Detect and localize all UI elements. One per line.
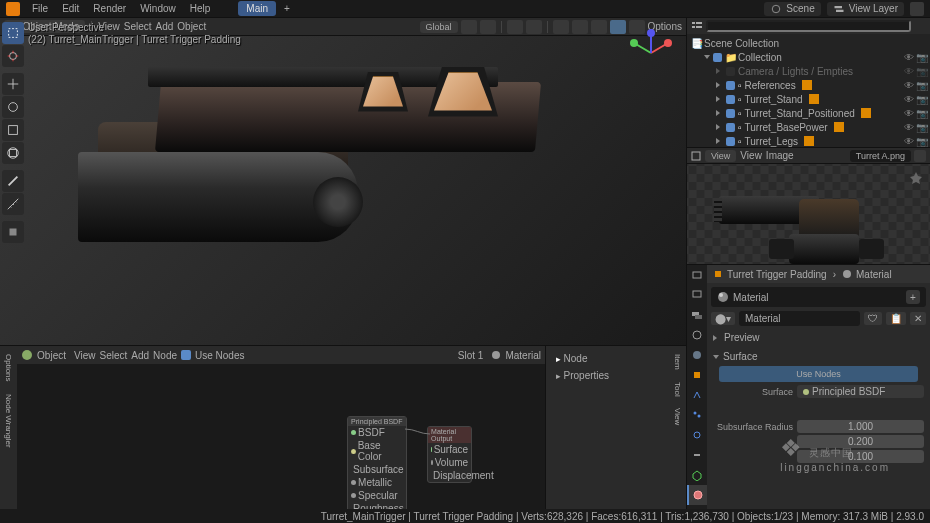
svg-rect-19 bbox=[692, 22, 695, 24]
node-graph-area[interactable]: Object View Select Add Node Use Nodes Sl… bbox=[17, 346, 545, 523]
prop-tab-constraint[interactable] bbox=[687, 445, 707, 465]
image-editor: View View Image Turret A.png bbox=[687, 148, 930, 265]
status-stats: Turret_MainTrigger | Turret Trigger Padd… bbox=[321, 511, 924, 522]
filter-icon[interactable] bbox=[910, 2, 924, 16]
shader-editor-icon bbox=[21, 349, 33, 361]
node-editor-vtabs-right: Item Tool View bbox=[669, 346, 686, 523]
outliner-search[interactable] bbox=[706, 20, 911, 32]
ne-side-tab-properties[interactable]: ▸ Properties bbox=[550, 367, 665, 384]
viewport-info-overlay: User Perspective (22) Turret_MainTrigger… bbox=[28, 22, 241, 46]
node-principled-bsdf[interactable]: Principled BSDF BSDF Base Color Subsurfa… bbox=[347, 416, 407, 523]
material-slot[interactable]: Material + bbox=[711, 287, 926, 307]
panel-surface[interactable]: Surface bbox=[713, 349, 924, 364]
workspace-tab-main[interactable]: Main bbox=[238, 1, 276, 16]
vtab-view[interactable]: View bbox=[673, 404, 682, 429]
prop-tab-physics[interactable] bbox=[687, 425, 707, 445]
material-dropdown[interactable]: Material bbox=[505, 350, 541, 361]
ne-type-dropdown[interactable]: Object bbox=[37, 350, 66, 361]
ie-menu-image[interactable]: Image bbox=[766, 150, 794, 161]
menu-render[interactable]: Render bbox=[87, 1, 132, 16]
svg-point-29 bbox=[693, 351, 701, 359]
prop-tab-scene[interactable] bbox=[687, 325, 707, 345]
material-name-field[interactable]: Material bbox=[733, 292, 769, 303]
nav-gizmo[interactable] bbox=[626, 28, 676, 78]
surface-shader-dropdown[interactable]: Principled BSDF bbox=[797, 385, 924, 398]
slot-dropdown[interactable]: Slot 1 bbox=[458, 350, 484, 361]
svg-rect-22 bbox=[696, 26, 702, 28]
outliner-row-scene[interactable]: 📑Scene Collection bbox=[687, 36, 930, 50]
ie-new-button[interactable] bbox=[914, 150, 926, 162]
ne-menu-add[interactable]: Add bbox=[131, 350, 149, 361]
vtab-item[interactable]: Item bbox=[673, 350, 682, 374]
cube-icon bbox=[713, 269, 723, 279]
prop-tab-output[interactable] bbox=[687, 285, 707, 305]
use-nodes-button[interactable]: Use Nodes bbox=[719, 366, 918, 382]
layer-icon bbox=[833, 3, 845, 15]
svg-point-32 bbox=[698, 415, 701, 418]
node-material-output[interactable]: Material Output Surface Volume Displacem… bbox=[427, 426, 472, 483]
outliner-row-item[interactable]: ▫References👁📷 bbox=[687, 78, 930, 92]
material-ball-icon bbox=[717, 291, 729, 303]
ne-menu-node[interactable]: Node bbox=[153, 350, 177, 361]
svg-rect-2 bbox=[836, 9, 844, 11]
material-sphere-icon bbox=[842, 269, 852, 279]
ne-side-tab-node[interactable]: ▸ Node bbox=[550, 350, 665, 367]
use-nodes-checkbox[interactable] bbox=[181, 350, 191, 360]
menu-help[interactable]: Help bbox=[184, 1, 217, 16]
prop-tab-render[interactable] bbox=[687, 265, 707, 285]
svg-rect-27 bbox=[695, 315, 702, 319]
ie-mode[interactable]: View bbox=[705, 150, 736, 162]
prop-tab-particle[interactable] bbox=[687, 405, 707, 425]
vtab-options[interactable]: Options bbox=[4, 350, 13, 386]
prop-tab-object[interactable] bbox=[687, 365, 707, 385]
prop-tab-viewlayer[interactable] bbox=[687, 305, 707, 325]
ie-texture-name[interactable]: Turret A.png bbox=[850, 150, 911, 162]
outliner: 📑Scene Collection 📁Collection👁📷 Camera /… bbox=[687, 18, 930, 148]
scene-selector[interactable]: Scene bbox=[764, 2, 820, 16]
scene-icon bbox=[770, 3, 782, 15]
vtab-wrangler[interactable]: Node Wrangler bbox=[4, 390, 13, 452]
outliner-row-item[interactable]: ▫Turret_BasePower👁📷 bbox=[687, 120, 930, 134]
prop-tab-data[interactable] bbox=[687, 465, 707, 485]
properties-tab-strip bbox=[687, 265, 707, 523]
subsurface-radius-y[interactable]: 0.200 bbox=[797, 435, 924, 448]
prop-tab-material[interactable] bbox=[687, 485, 707, 505]
subsurface-radius-z[interactable]: 0.100 bbox=[797, 450, 924, 463]
viewport-render-area[interactable] bbox=[0, 18, 686, 345]
outliner-row-item[interactable]: ▫Turret_Legs👁📷 bbox=[687, 134, 930, 147]
ie-menu-view[interactable]: View bbox=[740, 150, 762, 161]
ne-menu-select[interactable]: Select bbox=[100, 350, 128, 361]
prop-tab-world[interactable] bbox=[687, 345, 707, 365]
image-editor-canvas[interactable] bbox=[687, 164, 930, 264]
outliner-row-collection[interactable]: 📁Collection👁📷 bbox=[687, 50, 930, 64]
mat-new-button[interactable]: 📋 bbox=[886, 312, 906, 325]
svg-rect-23 bbox=[692, 152, 700, 160]
vtab-tool[interactable]: Tool bbox=[673, 378, 682, 401]
panel-preview[interactable]: Preview bbox=[713, 330, 924, 345]
material-icon bbox=[491, 350, 501, 360]
outliner-row-hidden[interactable]: Camera / Lights / Empties👁📷 bbox=[687, 64, 930, 78]
ne-menu-view[interactable]: View bbox=[74, 350, 96, 361]
mat-fake-user[interactable]: 🛡 bbox=[864, 312, 882, 325]
outliner-row-item[interactable]: ▫Turret_Stand👁📷 bbox=[687, 92, 930, 106]
svg-point-28 bbox=[693, 331, 701, 339]
viewlayer-selector[interactable]: View Layer bbox=[827, 2, 904, 16]
mat-name-input[interactable]: Material bbox=[739, 311, 860, 326]
blender-logo-icon bbox=[6, 2, 20, 16]
menu-window[interactable]: Window bbox=[134, 1, 182, 16]
mat-browse-button[interactable]: ⬤▾ bbox=[711, 312, 735, 325]
workspace-add-button[interactable]: + bbox=[278, 1, 296, 16]
top-menu-bar: File Edit Render Window Help Main + Scen… bbox=[0, 0, 930, 18]
menu-file[interactable]: File bbox=[26, 1, 54, 16]
material-add-button[interactable]: + bbox=[906, 290, 920, 304]
outliner-row-item[interactable]: ▫Turret_Stand_Positioned👁📷 bbox=[687, 106, 930, 120]
mat-unlink-button[interactable]: ✕ bbox=[910, 312, 926, 325]
subsurface-radius-x[interactable]: 1.000 bbox=[797, 420, 924, 433]
pin-icon[interactable] bbox=[908, 170, 924, 186]
image-editor-icon bbox=[691, 151, 701, 161]
viewport-3d[interactable]: Object Mode View Select Add Object Globa… bbox=[0, 18, 686, 346]
menu-edit[interactable]: Edit bbox=[56, 1, 85, 16]
outliner-filter-button[interactable] bbox=[914, 20, 926, 32]
prop-tab-modifier[interactable] bbox=[687, 385, 707, 405]
svg-rect-1 bbox=[834, 6, 842, 8]
